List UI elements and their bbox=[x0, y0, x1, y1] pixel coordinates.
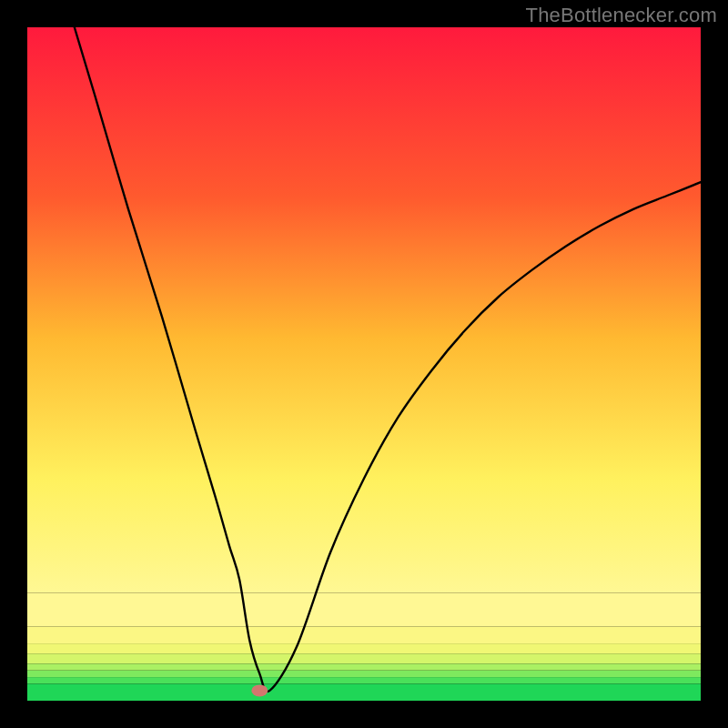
bg-band bbox=[27, 663, 701, 670]
bg-band bbox=[27, 593, 701, 627]
bg-band bbox=[27, 643, 701, 653]
bg-gradient bbox=[27, 27, 701, 593]
bg-band bbox=[27, 684, 701, 702]
watermark-text: TheBottlenecker.com bbox=[526, 4, 717, 27]
bg-band bbox=[27, 671, 701, 677]
chart-svg bbox=[27, 27, 701, 701]
plot-area bbox=[27, 27, 701, 701]
bg-band bbox=[27, 677, 701, 683]
bg-band bbox=[27, 627, 701, 644]
bg-band bbox=[27, 653, 701, 663]
optimal-marker bbox=[251, 684, 268, 696]
chart-frame: TheBottlenecker.com bbox=[0, 0, 728, 728]
